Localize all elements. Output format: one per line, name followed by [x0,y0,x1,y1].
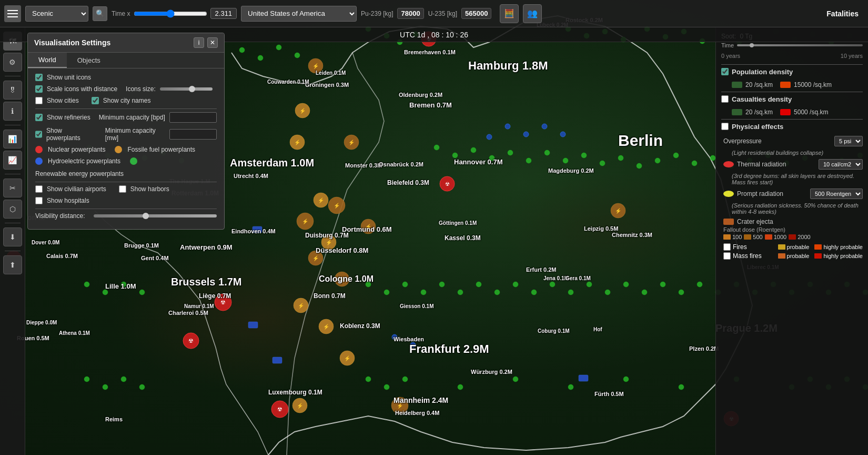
mass-fires-checkbox[interactable] [723,252,731,260]
sidebar-cut-btn[interactable]: ✂ [3,179,22,197]
prompt-desc: (Serious radiation sickness. 50% chance … [732,202,863,215]
icons-size-slider[interactable] [160,87,213,91]
fallout-legend: 100 500 1000 2000 [723,234,863,240]
vis-panel-header: Visualisation Settings i ✕ [28,33,224,53]
legend-row-2: Hydroelectric powerplants Renewable ener… [35,157,217,177]
country-select[interactable]: United States of America [241,6,357,22]
prompt-label: Prompt radiation [737,190,805,197]
show-cities-row: Show cities Show city names [35,97,217,104]
right-panel: Soot: 0 Tg Time 0 years 10 years Populat… [715,27,868,455]
time-x-label: Time x [112,10,130,17]
cas-density-label: Casualties density [732,95,792,103]
pu239-label: Pu-239 [kg] [361,10,393,17]
show-cities-checkbox[interactable] [35,97,43,104]
pop-high-label: 15000 /sq.km [794,81,832,88]
thermal-row: Thermal radiation 10 cal/cm2 [723,159,863,170]
visibility-slider[interactable] [94,214,217,217]
show-refineries-label: Show refineries [47,114,90,121]
time-max: 10 years [841,53,863,59]
time-multiplier: 2.311 [210,8,237,19]
sidebar-separator-4 [5,223,21,223]
show-unit-icons-label: Show unit icons [47,74,91,81]
overpressure-select[interactable]: 5 psi [834,136,863,146]
vis-panel-title: Visualisation Settings [34,38,110,47]
mass-fires-row: Mass fires probable highly probable [723,252,863,260]
fallout-label-row: Fallout dose (Roentgen) [723,226,863,233]
sidebar-stats-btn[interactable]: 📊 [3,130,22,149]
pu239-value: 78000 [397,8,423,19]
sidebar-node-btn[interactable]: ⬡ [3,200,22,219]
vis-tab-objects[interactable]: Objects [67,53,111,68]
cas-high-label: 5000 /sq.km [794,108,828,116]
vis-close-button[interactable]: ✕ [207,37,218,48]
sidebar-separator-3 [5,174,21,174]
show-powerplants-checkbox[interactable] [35,131,42,138]
prompt-row: Prompt radiation 500 Roentgen [723,189,863,199]
overpressure-row: Overpressure 5 psi [723,136,863,146]
show-powerplants-label: Show powerplants [46,127,94,142]
min-capacity-bpd-label: Minimum capacity [bpd] [99,114,165,121]
thermal-select[interactable]: 10 cal/cm2 [819,159,863,170]
fire-probable-color [778,244,785,250]
calculator-icon[interactable]: 🧮 [500,4,519,23]
cas-low-color [732,109,742,115]
show-hospitals-checkbox[interactable] [35,197,43,204]
mass-fire-probable-color [778,253,785,259]
time-slider[interactable] [134,9,207,18]
cas-density-checkbox[interactable] [721,95,729,103]
cas-low-label: 20 /sq.km [745,108,773,116]
show-airports-row: Show civilian airports Show harbors [35,185,217,193]
mass-fires-probable: probable [778,253,810,259]
hydro-label: Hydroelectric powerplants [48,157,120,165]
thermal-desc: (3rd degree burns: all skin layers are d… [732,173,863,185]
hydro-dot [35,157,43,165]
thermal-color [723,161,734,167]
fires-checkbox[interactable] [723,243,731,251]
fallout-item-1000: 1000 [765,234,786,240]
fires-label: Fires [733,243,776,251]
nuclear-label: Nuclear powerplants [48,146,105,153]
time-range-row: Time [721,42,863,48]
min-capacity-mw-input[interactable]: 0 [169,129,217,140]
search-button[interactable]: 🔍 [93,6,107,21]
fatalities-label: Fatalities [826,9,864,18]
show-airports-checkbox[interactable] [35,185,43,193]
overpressure-desc: (Light residential buildings collapse) [732,150,863,156]
pop-high-color [780,82,791,88]
time-min: 0 years [721,53,740,59]
sidebar-separator-5 [5,251,21,251]
sidebar-download-btn[interactable]: ⬇ [3,228,22,246]
show-refineries-checkbox[interactable] [35,114,43,121]
time-label: Time [721,42,734,48]
vis-tab-world[interactable]: World [28,53,67,68]
sidebar-units-btn[interactable]: 🎖 [3,81,22,100]
right-divider-2 [721,92,863,92]
sidebar-info-btn[interactable]: ℹ [3,102,22,121]
time-controls: Time x 2.311 [112,8,237,19]
sidebar-upload-btn[interactable]: ⬆ [3,255,22,274]
pop-density-checkbox[interactable] [721,68,729,75]
sidebar-graph-btn[interactable]: 📈 [3,151,22,170]
vis-info-button[interactable]: i [194,37,204,48]
show-harbors-checkbox[interactable] [119,185,126,193]
prompt-select[interactable]: 500 Roentgen [810,189,863,199]
right-divider-1 [721,64,863,65]
show-city-names-checkbox[interactable] [92,97,99,104]
min-capacity-bpd-input[interactable]: 100000 [169,112,217,123]
people-icon[interactable]: 👥 [523,4,542,23]
left-sidebar: 🗺 ⚙ 🎖 ℹ 📊 📈 ✂ ⬡ ⬇ ⬆ [0,27,25,455]
scenario-select[interactable]: Scenic [25,6,88,22]
physical-effects-label: Physical effects [732,123,783,131]
physical-effects-checkbox[interactable] [721,123,729,130]
scale-icons-checkbox[interactable] [35,85,43,93]
mass-fires-highly-probable: highly probable [814,253,863,259]
overpressure-label: Overpressure [723,137,829,145]
pop-density-label: Population density [732,68,793,76]
show-refineries-row: Show refineries Minimum capacity [bpd] 1… [35,112,217,123]
show-unit-icons-checkbox[interactable] [35,74,43,81]
time-range-slider[interactable] [737,44,863,46]
show-airports-label: Show civilian airports [47,185,106,193]
sidebar-settings-btn[interactable]: ⚙ [3,53,22,72]
menu-button[interactable] [4,5,21,22]
fossil-dot [115,146,122,153]
